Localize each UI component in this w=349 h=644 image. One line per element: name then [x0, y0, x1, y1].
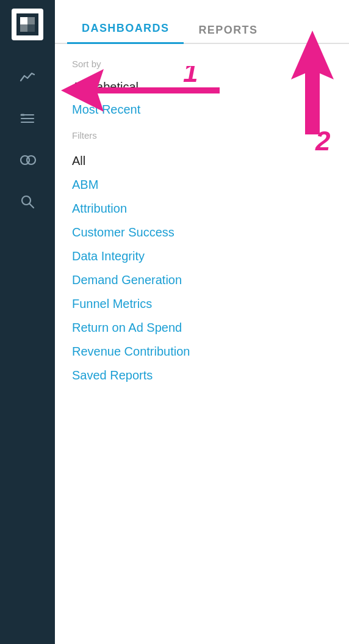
app-logo — [12, 9, 43, 40]
logo-icon — [16, 13, 38, 35]
filter-attribution[interactable]: Attribution — [72, 197, 332, 221]
list-icon — [19, 110, 36, 127]
svg-line-8 — [29, 203, 34, 208]
filters-label: Filters — [72, 130, 332, 141]
sidebar-item-discover[interactable] — [0, 142, 55, 178]
filter-data-integrity[interactable]: Data Integrity — [72, 244, 332, 268]
filter-revenue-contribution[interactable]: Revenue Contribution — [72, 340, 332, 364]
filter-all[interactable]: All — [72, 149, 332, 173]
logo-area — [0, 0, 55, 49]
main-content: DASHBOARDS REPORTS Sort by Alphabetical … — [55, 0, 349, 644]
search-icon — [19, 193, 36, 210]
sidebar-item-list[interactable] — [0, 100, 55, 137]
tab-dashboards[interactable]: DASHBOARDS — [67, 15, 184, 44]
sidebar-item-analytics[interactable] — [0, 59, 55, 95]
filter-return-on-ad-spend[interactable]: Return on Ad Spend — [72, 316, 332, 340]
sort-alphabetical[interactable]: Alphabetical — [72, 78, 332, 97]
sort-most-recent[interactable]: Most Recent — [72, 100, 332, 119]
sidebar — [0, 0, 55, 644]
filter-saved-reports[interactable]: Saved Reports — [72, 364, 332, 387]
svg-point-6 — [27, 156, 35, 164]
dropdown-panel: Sort by Alphabetical Most Recent Filters… — [55, 44, 349, 644]
sort-label: Sort by — [72, 59, 332, 69]
filter-demand-generation[interactable]: Demand Generation — [72, 268, 332, 292]
discover-icon — [19, 152, 36, 169]
header-tabs: DASHBOARDS REPORTS — [55, 0, 349, 44]
analytics-icon — [19, 68, 36, 86]
tab-reports[interactable]: REPORTS — [184, 16, 272, 44]
sidebar-navigation — [0, 49, 55, 220]
sidebar-item-search[interactable] — [0, 183, 55, 220]
filter-abm[interactable]: ABM — [72, 173, 332, 197]
filter-customer-success[interactable]: Customer Success — [72, 221, 332, 244]
filter-funnel-metrics[interactable]: Funnel Metrics — [72, 292, 332, 316]
